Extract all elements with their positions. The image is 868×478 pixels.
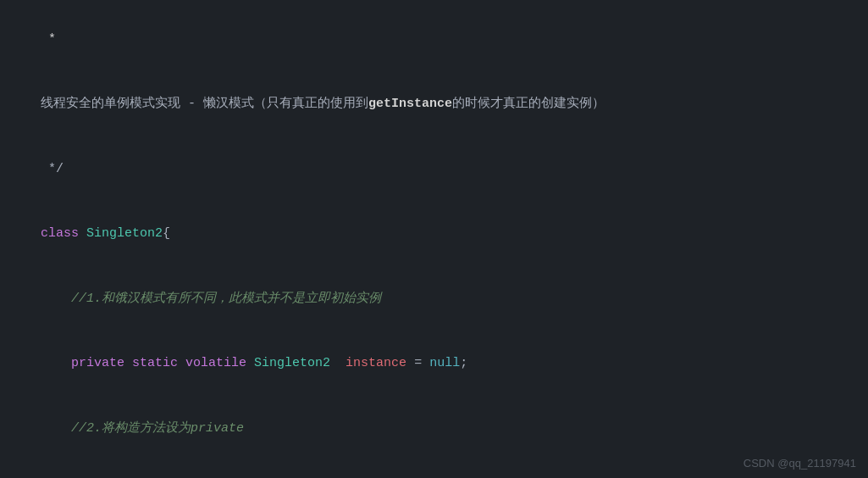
code-line-5: //1.和饿汉模式有所不同，此模式并不是立即初始实例 bbox=[10, 266, 858, 331]
code-line-6: private static volatile Singleton2 insta… bbox=[10, 331, 858, 397]
watermark: CSDN @qq_21197941 bbox=[744, 457, 856, 470]
code-line-3: */ bbox=[10, 136, 858, 202]
code-line-1: * bbox=[10, 7, 858, 72]
code-line-7: //2.将构造方法设为private bbox=[10, 396, 858, 461]
code-line-4: class Singleton2{ bbox=[10, 202, 858, 267]
code-line-8: private Singleton2(){} bbox=[10, 461, 858, 479]
code-line-2: 线程安全的单例模式实现 - 懒汉模式（只有真正的使用到getInstance的时… bbox=[10, 72, 858, 137]
code-block: * 线程安全的单例模式实现 - 懒汉模式（只有真正的使用到getInstance… bbox=[0, 0, 868, 478]
